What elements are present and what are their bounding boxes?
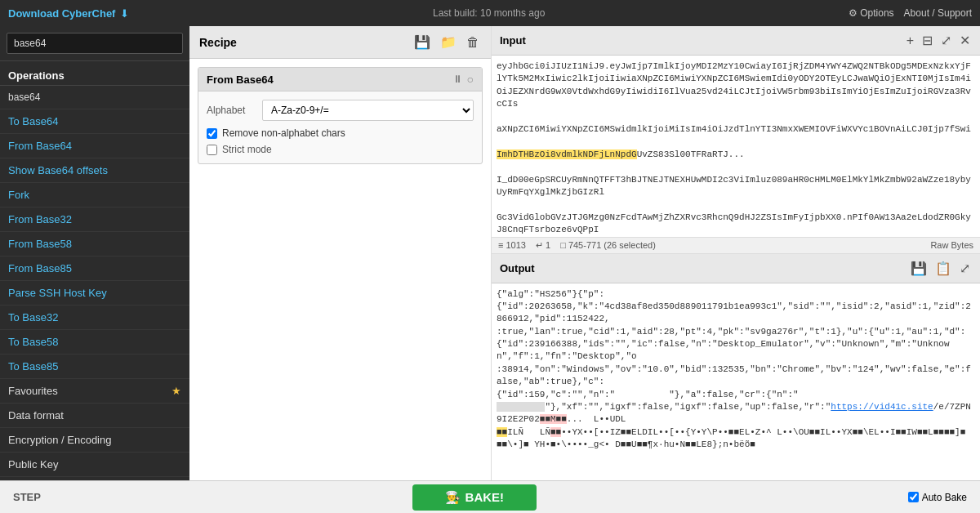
download-cyberchef-link[interactable]: Download CyberChef: [8, 7, 115, 20]
recipe-title: Recipe: [199, 36, 237, 49]
input-header-right: + ⊟ ⤢ ✕: [905, 31, 972, 50]
input-close-button[interactable]: ✕: [958, 31, 972, 50]
output-save-button[interactable]: 💾: [909, 259, 929, 278]
options-link[interactable]: ⚙ Options: [849, 7, 894, 19]
sidebar-item-parse-ssh[interactable]: Parse SSH Host Key: [0, 281, 189, 306]
topbar-right: ⚙ Options About / Support: [849, 7, 972, 19]
auto-bake-checkbox[interactable]: [908, 492, 919, 502]
input-char-count: ≡ 1013: [498, 240, 526, 250]
recipe-load-button[interactable]: 📁: [439, 33, 458, 51]
remove-non-alphabet-label[interactable]: Remove non-alphabet chars: [222, 127, 345, 139]
input-panel: Input + ⊟ ⤢ ✕ eyJhbGci0iJIUzI1NiJ9.eyJwI…: [492, 26, 980, 254]
input-title: Input: [500, 34, 526, 47]
input-selected-text: ImhDTHBzOi8vdmlkNDFjLnNpdG: [497, 149, 637, 159]
sidebar-item-base64-search: base64: [0, 86, 189, 109]
recipe-header-icons: 💾 📁 🗑: [412, 33, 481, 51]
recipe-save-button[interactable]: 💾: [412, 33, 432, 51]
alphabet-field-row: Alphabet A-Za-z0-9+/=: [207, 100, 474, 121]
operations-header: Operations: [0, 61, 189, 86]
input-statusbar: ≡ 1013 ↵ 1 □ 745-771 (26 selected) Raw B…: [492, 237, 980, 253]
pause-icon[interactable]: ⏸: [452, 74, 462, 85]
input-grid-button[interactable]: ⊟: [920, 31, 934, 50]
alphabet-select[interactable]: A-Za-z0-9+/=: [262, 100, 474, 121]
sidebar: Operations base64 To Base64 From Base64 …: [0, 26, 189, 480]
strict-mode-row: Strict mode: [207, 144, 474, 155]
input-expand-button[interactable]: ⤢: [939, 31, 953, 50]
bake-button[interactable]: 👨‍🍳 BAKE!: [412, 484, 537, 511]
sidebar-item-encryption[interactable]: Encryption / Encoding: [0, 428, 189, 453]
sidebar-item-data-format[interactable]: Data format: [0, 404, 189, 428]
auto-bake-label[interactable]: Auto Bake: [922, 492, 967, 503]
output-copy-button[interactable]: 📋: [933, 259, 953, 278]
output-redacted-1: [497, 402, 545, 412]
output-url[interactable]: https://vid41c.site: [831, 402, 933, 412]
sidebar-item-fork[interactable]: Fork: [0, 183, 189, 207]
sidebar-item-from-base85[interactable]: From Base85: [0, 256, 189, 281]
remove-non-alphabet-checkbox[interactable]: [207, 128, 217, 139]
output-header: Output 💾 📋 ⤢: [492, 254, 980, 283]
output-content[interactable]: {"alg":"HS256"}{"p": {"id":20263658,"k":…: [492, 283, 980, 481]
input-header: Input + ⊟ ⤢ ✕: [492, 26, 980, 56]
auto-bake-container: Auto Bake: [908, 492, 967, 503]
search-input[interactable]: [7, 33, 183, 54]
recipe-panel: Recipe 💾 📁 🗑 From Base64 ⏸ ○ Alphabet: [189, 26, 492, 480]
recipe-block-header: From Base64 ⏸ ○: [198, 68, 482, 91]
recipe-header: Recipe 💾 📁 🗑: [189, 26, 491, 59]
recipe-block-title: From Base64: [207, 74, 274, 86]
favourites-star-icon: ★: [172, 385, 181, 397]
sidebar-item-from-base32[interactable]: From Base32: [0, 207, 189, 232]
output-header-right: 💾 📋 ⤢: [909, 259, 972, 278]
recipe-block-body: Alphabet A-Za-z0-9+/= Remove non-alphabe…: [198, 91, 482, 163]
sidebar-item-public-key[interactable]: Public Key: [0, 453, 189, 477]
bottom-bar: STEP 👨‍🍳 BAKE! Auto Bake: [0, 480, 980, 513]
sidebar-item-from-base58[interactable]: From Base58: [0, 232, 189, 256]
recipe-block-from-base64: From Base64 ⏸ ○ Alphabet A-Za-z0-9+/= Re…: [198, 67, 483, 164]
input-add-button[interactable]: +: [905, 32, 915, 50]
options-icon: ⚙: [849, 7, 858, 19]
alphabet-label: Alphabet: [207, 105, 256, 116]
output-encoded-3: ■■: [550, 427, 561, 437]
step-label: STEP: [13, 491, 41, 503]
sidebar-item-to-base64[interactable]: To Base64: [0, 109, 189, 134]
output-encoded-2: ■■: [497, 427, 507, 437]
sidebar-item-to-base58[interactable]: To Base58: [0, 330, 189, 355]
input-line-count: ↵ 1: [536, 240, 550, 251]
disable-icon[interactable]: ○: [467, 73, 474, 86]
recipe-block-controls: ⏸ ○: [452, 73, 474, 86]
sidebar-item-from-base64[interactable]: From Base64: [0, 134, 189, 158]
favourites-section[interactable]: Favourites ★: [0, 379, 189, 404]
topbar: Download CyberChef ⬇ Last build: 10 mont…: [0, 0, 980, 26]
remove-non-alphabet-row: Remove non-alphabet chars: [207, 127, 474, 139]
sidebar-item-to-base85[interactable]: To Base85: [0, 355, 189, 379]
sidebar-item-to-base32[interactable]: To Base32: [0, 306, 189, 330]
output-title: Output: [500, 262, 535, 274]
input-content[interactable]: eyJhbGci0iJIUzI1NiJ9.eyJwIjp7ImlkIjoyMDI…: [492, 56, 980, 237]
input-selection-range: □ 745-771 (26 selected): [560, 240, 656, 250]
last-build-text: Last build: 10 months ago: [433, 7, 545, 19]
output-encoded-1: ■■M■■: [540, 414, 567, 424]
about-link[interactable]: About / Support: [904, 7, 972, 19]
favourites-label: Favourites: [8, 385, 58, 397]
download-icon: ⬇: [120, 7, 129, 20]
main-layout: Operations base64 To Base64 From Base64 …: [0, 26, 980, 480]
topbar-center: Last build: 10 months ago: [433, 7, 545, 19]
bake-label: BAKE!: [466, 490, 505, 504]
output-expand-button[interactable]: ⤢: [958, 259, 972, 278]
strict-mode-checkbox[interactable]: [207, 145, 217, 155]
output-panel: Output 💾 📋 ⤢ {"alg":"HS256"}{"p": {"id":…: [492, 254, 980, 481]
step-container: STEP: [13, 491, 41, 503]
bake-chef-icon: 👨‍🍳: [445, 490, 461, 505]
strict-mode-label[interactable]: Strict mode: [222, 144, 272, 155]
about-label: About / Support: [904, 7, 972, 19]
recipe-clear-button[interactable]: 🗑: [465, 33, 481, 51]
topbar-left: Download CyberChef ⬇: [8, 7, 129, 20]
options-label: Options: [860, 7, 893, 19]
raw-bytes-label[interactable]: Raw Bytes: [930, 240, 973, 250]
sidebar-item-show-base64-offsets[interactable]: Show Base64 offsets: [0, 158, 189, 183]
io-panel: Input + ⊟ ⤢ ✕ eyJhbGci0iJIUzI1NiJ9.eyJwI…: [492, 26, 980, 480]
sidebar-search-container: [0, 26, 189, 61]
